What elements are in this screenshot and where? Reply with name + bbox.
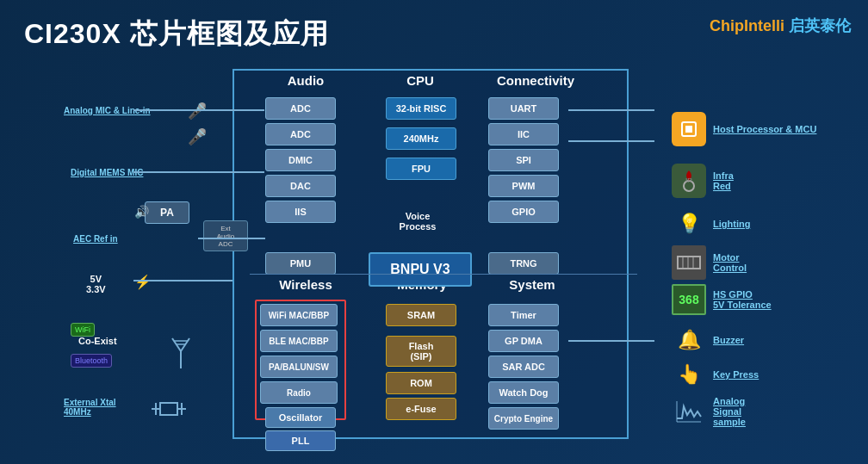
right-keypress: 👆 Key Press bbox=[672, 357, 759, 392]
audio-iis: IIS bbox=[265, 201, 336, 223]
ir-label: InfraRed bbox=[713, 170, 734, 191]
right-lighting: 💡 Lighting bbox=[672, 207, 750, 241]
right-buzzer: 🔔 Buzzer bbox=[672, 323, 744, 357]
gpio-icon: 368 bbox=[672, 284, 706, 315]
svg-rect-11 bbox=[685, 126, 692, 133]
host-proc-label: Host Processor & MCU bbox=[713, 124, 816, 134]
buzzer-icon: 🔔 bbox=[672, 323, 706, 357]
audio-adc1: ADC bbox=[265, 97, 336, 120]
speaker-icon: 🔊 bbox=[134, 205, 149, 219]
antenna-icon bbox=[168, 334, 194, 374]
svg-rect-14 bbox=[678, 257, 700, 269]
right-motor: MotorControl bbox=[672, 245, 747, 280]
mic-icon2: 🎤 bbox=[188, 127, 207, 146]
conn-iic: IIC bbox=[488, 123, 559, 145]
sys-watchdog: Watch Dog bbox=[488, 381, 559, 404]
cpu-freq: 240MHz bbox=[386, 127, 456, 150]
section-divider bbox=[250, 274, 637, 275]
wireless-header: Wireless bbox=[263, 277, 349, 292]
crystal-icon bbox=[152, 396, 186, 426]
svg-rect-5 bbox=[160, 403, 177, 415]
analog-signal-label: AnalogSignalsample bbox=[713, 396, 746, 427]
arrow-power bbox=[133, 280, 232, 281]
radio-box: Radio bbox=[260, 381, 338, 404]
arrow-conn-right2 bbox=[568, 140, 654, 142]
ble-mac: BLE MAC/BBP bbox=[260, 330, 338, 352]
pll-box: PLL bbox=[265, 430, 336, 451]
power-icon: ⚡ bbox=[134, 274, 152, 290]
conn-gpio: GPIO bbox=[488, 201, 559, 223]
ir-icon: IR bbox=[672, 164, 706, 198]
page-title: CI230X 芯片框图及应用 bbox=[24, 15, 329, 53]
lighting-label: Lighting bbox=[713, 219, 750, 229]
bluetooth-icon-area: Bluetooth bbox=[71, 351, 112, 368]
oscillator-box: Oscillator bbox=[265, 407, 336, 428]
arrow-conn-right1 bbox=[568, 109, 654, 111]
pmu-box: PMU bbox=[265, 252, 336, 275]
sys-gpdma: GP DMA bbox=[488, 330, 559, 352]
arrow-analog-mic bbox=[133, 109, 264, 111]
arrow-sys-right bbox=[568, 340, 654, 342]
right-ir: IR InfraRed bbox=[672, 164, 734, 198]
audio-header: Audio bbox=[263, 73, 349, 88]
right-host-proc: Host Processor & MCU bbox=[672, 112, 816, 146]
mem-efuse: e-Fuse bbox=[386, 398, 456, 420]
audio-adc2: ADC bbox=[265, 123, 336, 145]
sys-crypto: Crypto Engine bbox=[488, 407, 559, 430]
mem-rom: ROM bbox=[386, 372, 456, 394]
system-header: System bbox=[485, 277, 580, 292]
mem-sram: SRAM bbox=[386, 304, 456, 326]
trng-box: TRNG bbox=[488, 252, 559, 275]
host-proc-icon bbox=[672, 112, 706, 146]
pa-box: PA bbox=[145, 201, 189, 224]
pa-balun: PA/BALUN/SW bbox=[260, 356, 338, 378]
mem-flash: Flash(SIP) bbox=[386, 336, 456, 367]
logo-chip: ChipIntelli bbox=[710, 17, 784, 34]
bnpu-label: BNPU V3 bbox=[390, 262, 450, 277]
connectivity-header: Connectivity bbox=[488, 73, 583, 88]
right-analog: AnalogSignalsample bbox=[672, 394, 746, 429]
conn-spi: SPI bbox=[488, 149, 559, 171]
buzzer-label: Buzzer bbox=[713, 335, 744, 345]
ext-audio-adc: ExtAudioADC bbox=[203, 220, 248, 251]
arrow-aec bbox=[198, 238, 265, 239]
gpio-label: HS GPIO5V Tolerance bbox=[713, 289, 772, 310]
logo-chinese: 启英泰伦 bbox=[789, 17, 851, 34]
cpu-fpu: FPU bbox=[386, 158, 456, 180]
bnpu-box: BNPU V3 bbox=[369, 252, 472, 287]
voice-process: VoiceProcess bbox=[382, 211, 453, 232]
voltage-label: 5V3.3V bbox=[86, 274, 106, 294]
mic-icon1: 🎤 bbox=[188, 102, 207, 121]
svg-text:IR: IR bbox=[685, 176, 692, 184]
right-gpio: 368 HS GPIO5V Tolerance bbox=[672, 284, 772, 315]
sys-timer: Timer bbox=[488, 304, 559, 326]
xtal-label: External Xtal40MHz bbox=[64, 398, 116, 417]
wifi-mac: WiFi MAC/BBP bbox=[260, 304, 338, 326]
audio-dmic: DMIC bbox=[265, 149, 336, 171]
cpu-header: CPU bbox=[386, 73, 455, 88]
analog-icon bbox=[672, 394, 706, 429]
main-page: { "title": "CI230X 芯片框图及应用", "logo": { "… bbox=[0, 0, 868, 464]
conn-uart: UART bbox=[488, 97, 559, 120]
motor-icon bbox=[672, 245, 706, 280]
company-logo: ChipIntelli 启英泰伦 bbox=[710, 15, 851, 36]
sys-saradc: SAR ADC bbox=[488, 356, 559, 378]
wifi-badge: WiFi bbox=[71, 323, 95, 337]
bluetooth-badge: Bluetooth bbox=[71, 354, 112, 368]
motor-label: MotorControl bbox=[713, 252, 747, 273]
keypress-icon: 👆 bbox=[672, 357, 706, 392]
conn-pwm: PWM bbox=[488, 175, 559, 197]
digital-mems-label: Digital MEMS MIC bbox=[71, 168, 143, 177]
lighting-icon: 💡 bbox=[672, 207, 706, 241]
coexist-label: Co-Exist bbox=[78, 336, 117, 346]
cpu-risc: 32-bit RISC bbox=[386, 97, 456, 120]
aec-ref-label: AEC Ref in bbox=[73, 234, 118, 244]
audio-dac: DAC bbox=[265, 175, 336, 197]
arrow-digital-mic bbox=[133, 171, 264, 173]
keypress-label: Key Press bbox=[713, 369, 759, 380]
wifi-icon-area: WiFi bbox=[71, 320, 95, 337]
